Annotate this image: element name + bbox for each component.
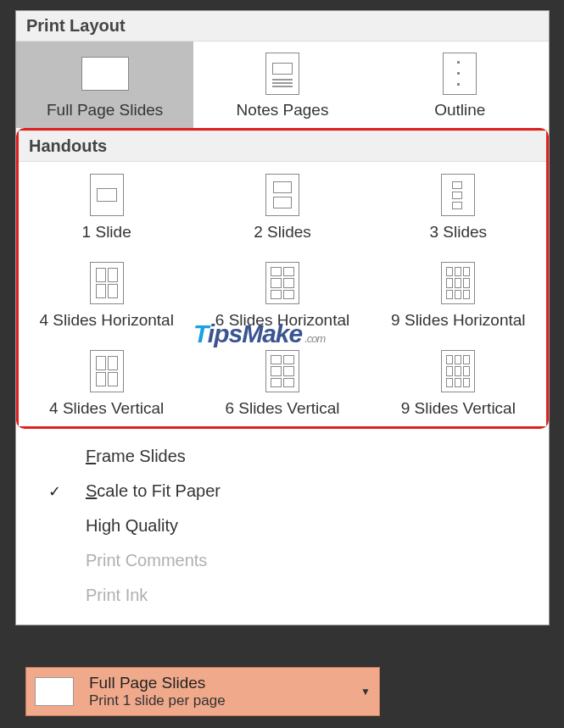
handouts-header: Handouts bbox=[19, 131, 546, 162]
layout-dropdown[interactable]: Full Page Slides Print 1 slide per page … bbox=[25, 667, 380, 716]
handout-4v-icon bbox=[22, 350, 191, 392]
handout-label: 9 Slides Vertical bbox=[374, 399, 543, 418]
handout-9-vertical[interactable]: 9 Slides Vertical bbox=[371, 338, 546, 426]
handout-2-slides[interactable]: 2 Slides bbox=[194, 162, 370, 250]
handout-6v-icon bbox=[198, 350, 366, 392]
handout-4h-icon bbox=[22, 262, 191, 304]
handout-1-slide[interactable]: 1 Slide bbox=[19, 162, 194, 250]
handout-9h-icon bbox=[374, 262, 543, 304]
option-label: Print Comments bbox=[50, 551, 207, 570]
handout-6-horizontal[interactable]: 6 Slides Horizontal bbox=[194, 250, 370, 338]
handout-9-horizontal[interactable]: 9 Slides Horizontal bbox=[371, 250, 546, 338]
handout-label: 4 Slides Horizontal bbox=[22, 311, 191, 330]
option-print-comments: Print Comments bbox=[16, 543, 549, 578]
handout-label: 2 Slides bbox=[198, 223, 366, 242]
dropdown-thumbnail-icon bbox=[35, 677, 74, 706]
option-label: Scale to Fit Paper bbox=[50, 481, 221, 501]
layout-full-page-slides[interactable]: Full Page Slides bbox=[16, 42, 193, 128]
option-label: Frame Slides bbox=[50, 447, 186, 466]
outline-icon bbox=[375, 53, 545, 94]
option-high-quality[interactable]: High Quality bbox=[16, 508, 549, 543]
handout-4-horizontal[interactable]: 4 Slides Horizontal bbox=[19, 250, 194, 338]
handout-1-slide-icon bbox=[22, 174, 191, 216]
options-list: Frame Slides ✓ Scale to Fit Paper High Q… bbox=[16, 429, 549, 625]
handout-3-slides[interactable]: 3 Slides bbox=[371, 162, 546, 250]
handout-2-slides-icon bbox=[198, 174, 366, 216]
dropdown-text: Full Page Slides Print 1 slide per page bbox=[89, 674, 354, 709]
handouts-grid: 1 Slide 2 Slides bbox=[19, 162, 546, 426]
handouts-section: Handouts 1 Slide 2 Slides bbox=[16, 128, 549, 429]
handout-label: 9 Slides Horizontal bbox=[374, 311, 543, 330]
handout-3-slides-icon bbox=[374, 174, 543, 216]
handout-6h-icon bbox=[198, 262, 366, 304]
option-label: Print Ink bbox=[50, 586, 148, 605]
handout-6-vertical[interactable]: 6 Slides Vertical bbox=[194, 338, 370, 426]
check-icon: ✓ bbox=[48, 482, 61, 501]
handout-label: 6 Slides Vertical bbox=[198, 399, 366, 418]
chevron-down-icon: ▼ bbox=[360, 686, 371, 697]
print-layout-panel: Print Layout Full Page Slides Notes Page… bbox=[15, 10, 550, 625]
handout-label: 4 Slides Vertical bbox=[22, 399, 191, 418]
option-scale-to-fit[interactable]: ✓ Scale to Fit Paper bbox=[16, 474, 549, 508]
handout-label: 6 Slides Horizontal bbox=[198, 311, 366, 330]
print-layout-row: Full Page Slides Notes Pages bbox=[16, 42, 549, 128]
handout-4-vertical[interactable]: 4 Slides Vertical bbox=[19, 338, 194, 426]
print-layout-header: Print Layout bbox=[16, 11, 549, 42]
option-label: High Quality bbox=[50, 516, 178, 536]
full-page-slides-icon bbox=[20, 53, 190, 94]
handout-label: 1 Slide bbox=[22, 223, 191, 242]
layout-label: Outline bbox=[375, 101, 545, 119]
option-print-ink: Print Ink bbox=[16, 578, 549, 613]
layout-label: Full Page Slides bbox=[20, 101, 190, 119]
notes-pages-icon bbox=[197, 53, 367, 94]
layout-label: Notes Pages bbox=[197, 101, 367, 119]
handout-9v-icon bbox=[374, 350, 543, 392]
option-frame-slides[interactable]: Frame Slides bbox=[16, 439, 549, 474]
handout-label: 3 Slides bbox=[374, 223, 543, 242]
dropdown-title: Full Page Slides bbox=[89, 674, 354, 692]
layout-outline[interactable]: Outline bbox=[371, 42, 549, 128]
layout-notes-pages[interactable]: Notes Pages bbox=[193, 42, 371, 128]
dropdown-subtitle: Print 1 slide per page bbox=[89, 692, 354, 709]
